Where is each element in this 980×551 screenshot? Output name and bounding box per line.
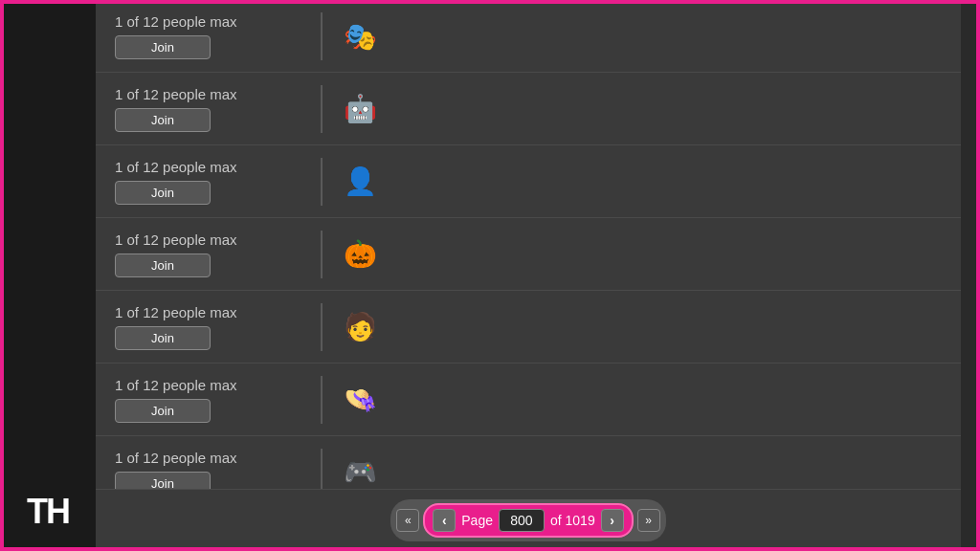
join-button[interactable]: Join (115, 472, 211, 490)
player-avatar: 👤 (337, 159, 383, 205)
row-divider (321, 158, 323, 206)
join-button[interactable]: Join (115, 399, 211, 423)
server-row: 1 of 12 people max Join 🎭 (96, 0, 961, 73)
server-row: 1 of 12 people max Join 🤖 (96, 73, 961, 145)
server-row: 1 of 12 people max Join 🧑 (96, 291, 961, 364)
server-info: 1 of 12 people max Join (115, 86, 306, 132)
prev-page-button[interactable]: ‹ (433, 509, 456, 532)
people-count: 1 of 12 people max (115, 86, 306, 102)
people-count: 1 of 12 people max (115, 231, 306, 248)
people-count: 1 of 12 people max (115, 377, 306, 393)
player-avatar: 🎮 (337, 450, 383, 490)
next-page-button[interactable]: › (601, 509, 624, 532)
page-total: of 1019 (550, 513, 595, 528)
player-avatar: 👒 (337, 377, 383, 423)
people-count: 1 of 12 people max (115, 13, 306, 30)
row-divider (321, 85, 323, 133)
server-row: 1 of 12 people max Join 👒 (96, 364, 961, 436)
people-count: 1 of 12 people max (115, 304, 306, 320)
main-content: 1 of 12 people max Join 🎭 1 of 12 people… (96, 0, 961, 551)
people-count: 1 of 12 people max (115, 159, 306, 175)
pagination-outer: « ‹ Page of 1019 › » (390, 499, 665, 541)
server-row: 1 of 12 people max Join 🎃 (96, 218, 961, 291)
page-input[interactable] (499, 509, 545, 532)
scrollbar[interactable] (961, 0, 980, 551)
player-avatar: 🎭 (337, 13, 383, 59)
server-info: 1 of 12 people max Join (115, 159, 306, 205)
player-avatar: 🧑 (337, 304, 383, 350)
join-button[interactable]: Join (115, 108, 211, 132)
row-divider (321, 449, 323, 490)
pagination-bar: « ‹ Page of 1019 › » (96, 489, 961, 551)
player-avatar: 🤖 (337, 86, 383, 132)
server-info: 1 of 12 people max Join (115, 377, 306, 423)
server-list: 1 of 12 people max Join 🎭 1 of 12 people… (96, 0, 961, 489)
join-button[interactable]: Join (115, 181, 211, 205)
join-button[interactable]: Join (115, 35, 211, 59)
server-row: 1 of 12 people max Join 🎮 (96, 436, 961, 489)
first-page-button[interactable]: « (396, 509, 419, 532)
server-info: 1 of 12 people max Join (115, 304, 306, 350)
pagination-inner: ‹ Page of 1019 › (423, 503, 633, 538)
join-button[interactable]: Join (115, 253, 211, 277)
join-button[interactable]: Join (115, 326, 211, 350)
server-info: 1 of 12 people max Join (115, 450, 306, 490)
player-avatar: 🎃 (337, 231, 383, 277)
sidebar: TH (0, 0, 96, 551)
server-row: 1 of 12 people max Join 👤 (96, 145, 961, 218)
row-divider (321, 12, 323, 60)
server-info: 1 of 12 people max Join (115, 13, 306, 59)
row-divider (321, 303, 323, 351)
row-divider (321, 376, 323, 424)
row-divider (321, 231, 323, 278)
people-count: 1 of 12 people max (115, 450, 306, 466)
server-info: 1 of 12 people max Join (115, 231, 306, 277)
last-page-button[interactable]: » (637, 509, 660, 532)
page-label: Page (461, 513, 493, 528)
sidebar-logo: TH (27, 492, 69, 532)
